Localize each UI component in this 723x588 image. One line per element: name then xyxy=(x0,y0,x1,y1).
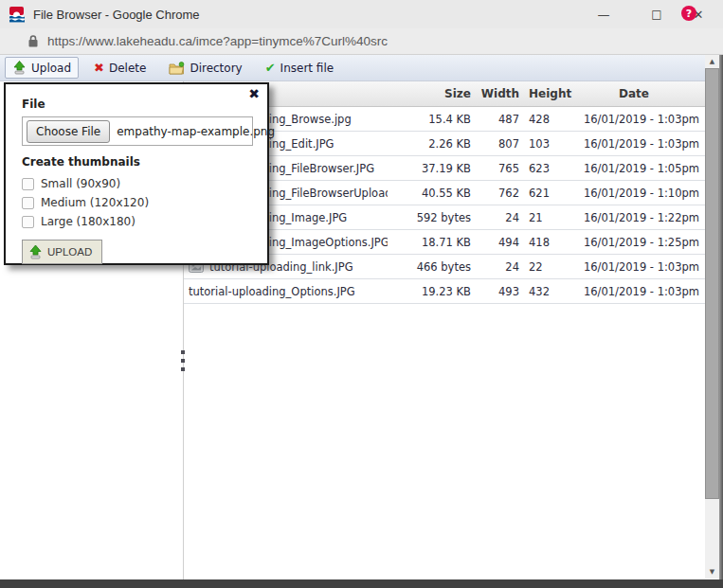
url-text[interactable]: https://www.lakeheadu.ca/imce?app=tinymc… xyxy=(47,34,388,48)
file-size-cell: 15.4 KB xyxy=(388,113,471,126)
window-right-edge xyxy=(719,55,723,588)
upload-button-label: Upload xyxy=(31,62,71,75)
file-height-cell: 418 xyxy=(519,236,569,249)
insert-file-button-label: Insert file xyxy=(280,62,334,75)
file-date-cell: 16/01/2019 - 1:05pm xyxy=(569,162,705,175)
upload-arrow-icon xyxy=(12,61,27,75)
scrollbar-thumb[interactable] xyxy=(705,68,719,499)
thumbnail-option-small: Small (90x90) xyxy=(22,174,252,193)
window-title: File Browser - Google Chrome xyxy=(33,8,200,22)
upload-dialog: ✖ File Choose File empathy-map-example.p… xyxy=(4,82,269,265)
column-header-width[interactable]: Width xyxy=(471,87,519,100)
file-date-cell: 16/01/2019 - 1:03pm xyxy=(569,260,705,274)
file-date-cell: 16/01/2019 - 1:10pm xyxy=(569,187,705,200)
file-width-cell: 24 xyxy=(471,260,519,274)
file-size-cell: 40.55 KB xyxy=(388,187,471,200)
minimize-button[interactable]: — xyxy=(590,0,617,28)
file-name-cell: tutorial-uploading_Options.JPG xyxy=(184,285,388,298)
file-width-cell: 487 xyxy=(471,113,519,126)
file-date-cell: 16/01/2019 - 1:22pm xyxy=(569,211,705,224)
file-height-cell: 22 xyxy=(519,260,569,274)
column-header-size[interactable]: Size xyxy=(388,87,471,100)
delete-button-label: Delete xyxy=(109,62,146,75)
insert-file-button[interactable]: ✔ Insert file xyxy=(258,57,341,79)
delete-button[interactable]: ✖ Delete xyxy=(86,57,154,79)
file-height-cell: 21 xyxy=(519,211,569,224)
address-bar: https://www.lakeheadu.ca/imce?app=tinymc… xyxy=(0,28,723,55)
thumbnail-option-medium: Medium (120x120) xyxy=(22,193,252,212)
large-thumbnail-checkbox[interactable] xyxy=(22,216,34,228)
upload-button[interactable]: Upload xyxy=(5,57,79,79)
window-bottom-edge xyxy=(0,579,723,588)
file-date-cell: 16/01/2019 - 1:03pm xyxy=(569,113,705,126)
imce-toolbar: Upload ✖ Delete Directory ✔ Insert file xyxy=(0,55,718,81)
column-header-date[interactable]: Date xyxy=(569,87,705,100)
folder-icon xyxy=(169,62,185,75)
medium-thumbnail-label: Medium (120x120) xyxy=(41,196,149,209)
upload-submit-label: UPLOAD xyxy=(47,246,92,258)
column-header-height[interactable]: Height xyxy=(519,87,569,100)
file-width-cell: 24 xyxy=(471,211,519,224)
table-row[interactable]: tutorial-uploading_Options.JPG 19.23 KB … xyxy=(184,279,705,304)
scroll-up-icon[interactable]: ▲ xyxy=(705,55,719,68)
selected-file-name: empathy-map-example.png xyxy=(117,125,275,138)
choose-file-button[interactable]: Choose File xyxy=(27,120,110,143)
file-size-cell: 466 bytes xyxy=(388,260,471,274)
lakehead-favicon-icon xyxy=(9,7,25,23)
file-size-cell: 592 bytes xyxy=(388,211,471,224)
medium-thumbnail-checkbox[interactable] xyxy=(22,197,34,209)
file-height-cell: 623 xyxy=(519,162,569,175)
upload-submit-button[interactable]: UPLOAD xyxy=(22,240,102,264)
help-icon[interactable]: ? xyxy=(681,6,696,21)
upload-arrow-icon xyxy=(28,244,43,259)
thumbnails-section-label: Create thumbnails xyxy=(22,155,252,169)
small-thumbnail-label: Small (90x90) xyxy=(41,177,120,190)
red-x-icon: ✖ xyxy=(94,61,104,75)
file-date-cell: 16/01/2019 - 1:03pm xyxy=(569,137,705,151)
file-width-cell: 765 xyxy=(471,162,519,175)
large-thumbnail-label: Large (180x180) xyxy=(41,215,136,228)
window-titlebar: File Browser - Google Chrome — □ ✕ xyxy=(0,0,723,28)
vertical-scrollbar[interactable]: ▲ ▼ xyxy=(705,55,719,579)
scroll-down-icon[interactable]: ▼ xyxy=(705,565,719,579)
file-date-cell: 16/01/2019 - 1:03pm xyxy=(569,285,705,298)
file-width-cell: 762 xyxy=(471,187,519,200)
lock-icon xyxy=(28,35,38,47)
file-name-text: tutorial-uploading_Options.JPG xyxy=(189,285,355,298)
thumbnail-option-large: Large (180x180) xyxy=(22,212,252,231)
file-height-cell: 103 xyxy=(519,137,569,151)
file-size-cell: 18.71 KB xyxy=(388,236,471,249)
green-check-icon: ✔ xyxy=(265,61,276,75)
file-height-cell: 621 xyxy=(519,187,569,200)
file-width-cell: 493 xyxy=(471,285,519,298)
file-size-cell: 2.26 KB xyxy=(388,137,471,151)
maximize-button[interactable]: □ xyxy=(643,0,670,28)
file-size-cell: 19.23 KB xyxy=(388,285,471,298)
file-width-cell: 807 xyxy=(471,137,519,151)
file-input-box: Choose File empathy-map-example.png xyxy=(22,116,253,146)
file-width-cell: 494 xyxy=(471,236,519,249)
file-section-label: File xyxy=(22,98,252,111)
directory-button[interactable]: Directory xyxy=(161,58,249,79)
file-size-cell: 37.19 KB xyxy=(388,162,471,175)
file-height-cell: 432 xyxy=(519,285,569,298)
directory-button-label: Directory xyxy=(190,62,242,75)
small-thumbnail-checkbox[interactable] xyxy=(22,178,34,190)
splitter-drag-handle[interactable] xyxy=(177,348,189,373)
close-dialog-icon[interactable]: ✖ xyxy=(248,87,260,100)
file-height-cell: 428 xyxy=(519,113,569,126)
file-date-cell: 16/01/2019 - 1:25pm xyxy=(569,236,705,249)
